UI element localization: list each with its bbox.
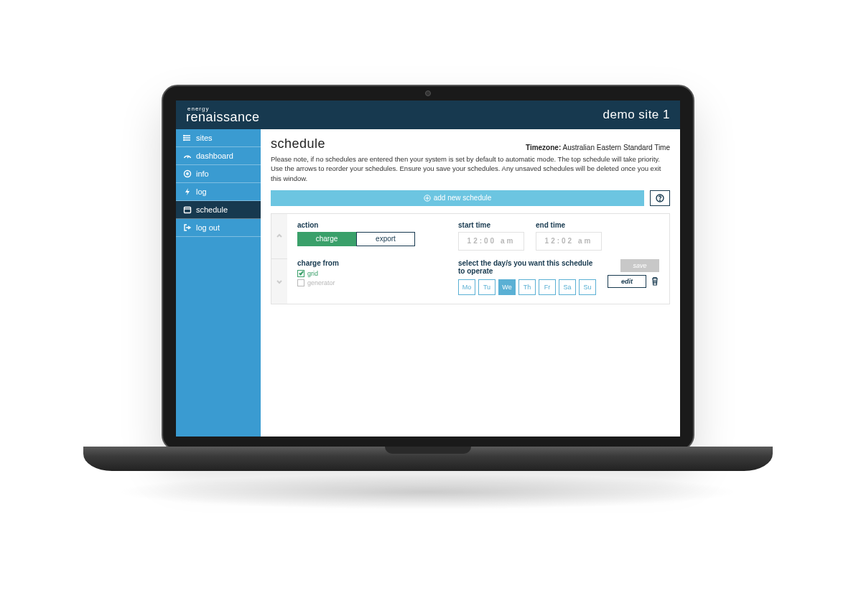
charge-from-label: charge from <box>297 259 418 267</box>
app-body: sites dashboard info log schedule <box>176 129 680 437</box>
end-time-label: end time <box>536 221 602 229</box>
charge-from-group: charge from grid generator <box>297 259 418 289</box>
site-title: demo site 1 <box>603 108 670 122</box>
action-toggle: charge export <box>297 232 418 246</box>
export-button[interactable]: export <box>356 232 415 246</box>
charge-from-options: grid generator <box>297 270 418 286</box>
sidebar-item-label: schedule <box>196 205 228 214</box>
time-row: start time 12:00 am end time 12:02 am <box>458 221 659 251</box>
sidebar-item-schedule[interactable]: schedule <box>176 201 261 219</box>
laptop-shadow <box>115 474 740 510</box>
sidebar-item-label: dashboard <box>196 151 233 160</box>
sidebar-item-info[interactable]: info <box>176 165 261 183</box>
bolt-icon <box>183 187 192 196</box>
sidebar-item-logout[interactable]: log out <box>176 219 261 237</box>
schedule-card: action charge export start time 12:00 am <box>271 213 670 304</box>
charge-button[interactable]: charge <box>297 232 356 246</box>
timezone-value: Australian Eastern Standard Time <box>562 144 670 151</box>
title-row: schedule Timezone: Australian Eastern St… <box>271 136 670 151</box>
add-schedule-button[interactable]: add new schedule <box>271 190 644 206</box>
sidebar-item-sites[interactable]: sites <box>176 129 261 147</box>
sidebar-item-label: info <box>196 169 209 178</box>
gauge-icon <box>183 151 192 160</box>
laptop-base <box>83 447 773 471</box>
sidebar-item-label: sites <box>196 134 213 142</box>
sidebar-item-log[interactable]: log <box>176 183 261 201</box>
svg-point-8 <box>660 200 661 200</box>
chevron-down-icon <box>276 279 282 284</box>
card-actions: save edit <box>608 259 659 288</box>
svg-point-0 <box>184 136 185 136</box>
generator-label: generator <box>307 279 335 286</box>
day-tu[interactable]: Tu <box>478 279 496 295</box>
days-row: Mo Tu We Th Fr Sa Su <box>458 279 596 295</box>
edit-button[interactable]: edit <box>608 275 646 288</box>
days-group: select the day/s you want this schedule … <box>458 259 596 295</box>
grid-label: grid <box>307 270 318 277</box>
add-row: add new schedule <box>271 190 670 206</box>
day-mo[interactable]: Mo <box>458 279 475 295</box>
checkbox-checked-icon <box>297 270 304 277</box>
logo-bottom: renaissance <box>186 110 260 124</box>
chevron-up-icon <box>276 233 282 239</box>
plus-circle-icon <box>424 195 431 202</box>
help-button[interactable] <box>650 190 670 206</box>
end-time-group: end time 12:02 am <box>536 221 602 251</box>
calendar-icon <box>183 205 192 214</box>
end-time-input[interactable]: 12:02 am <box>536 232 602 251</box>
schedule-instructions: Please note, if no schedules are entered… <box>271 154 670 183</box>
save-button[interactable]: save <box>620 259 659 272</box>
start-time-group: start time 12:00 am <box>458 221 524 251</box>
question-icon <box>656 194 664 202</box>
day-sa[interactable]: Sa <box>559 279 576 295</box>
svg-point-2 <box>184 140 185 141</box>
card-row-1: action charge export start time 12:00 am <box>297 221 659 251</box>
move-down-button[interactable] <box>271 259 287 304</box>
main-content: schedule Timezone: Australian Eastern St… <box>261 129 680 437</box>
laptop-frame: energy renaissance demo site 1 sites das… <box>162 85 694 451</box>
page-title: schedule <box>271 136 325 151</box>
brand-logo: energy renaissance <box>186 106 260 123</box>
grid-checkbox[interactable]: grid <box>297 270 418 277</box>
add-schedule-label: add new schedule <box>434 194 492 202</box>
svg-point-4 <box>187 173 188 174</box>
gear-icon <box>183 169 192 178</box>
timezone-label: Timezone: <box>526 144 561 151</box>
app-header: energy renaissance demo site 1 <box>176 101 680 129</box>
sidebar-item-label: log out <box>196 223 220 232</box>
svg-point-3 <box>185 171 191 177</box>
reorder-column <box>271 214 287 304</box>
svg-rect-5 <box>185 207 191 213</box>
move-up-button[interactable] <box>271 214 287 259</box>
day-su[interactable]: Su <box>579 279 596 295</box>
action-label: action <box>297 221 418 229</box>
sidebar: sites dashboard info log schedule <box>176 129 261 437</box>
sidebar-item-label: log <box>196 187 207 196</box>
sidebar-item-dashboard[interactable]: dashboard <box>176 147 261 165</box>
action-group: action charge export <box>297 221 418 251</box>
card-body: action charge export start time 12:00 am <box>287 214 669 304</box>
checkbox-empty-icon <box>297 279 304 286</box>
day-fr[interactable]: Fr <box>539 279 556 295</box>
day-th[interactable]: Th <box>518 279 536 295</box>
days-instruction: select the day/s you want this schedule … <box>458 259 596 275</box>
start-time-label: start time <box>458 221 524 229</box>
trash-icon[interactable] <box>651 276 659 286</box>
day-we[interactable]: We <box>498 279 516 295</box>
logout-icon <box>183 223 192 232</box>
start-time-input[interactable]: 12:00 am <box>458 232 524 251</box>
svg-point-1 <box>184 138 185 139</box>
timezone: Timezone: Australian Eastern Standard Ti… <box>526 144 670 151</box>
app-screen: energy renaissance demo site 1 sites das… <box>176 101 680 437</box>
generator-checkbox[interactable]: generator <box>297 279 418 286</box>
card-row-2: charge from grid generator <box>297 259 659 295</box>
camera-dot <box>425 90 431 96</box>
edit-row: edit <box>608 275 659 288</box>
list-icon <box>183 134 192 142</box>
